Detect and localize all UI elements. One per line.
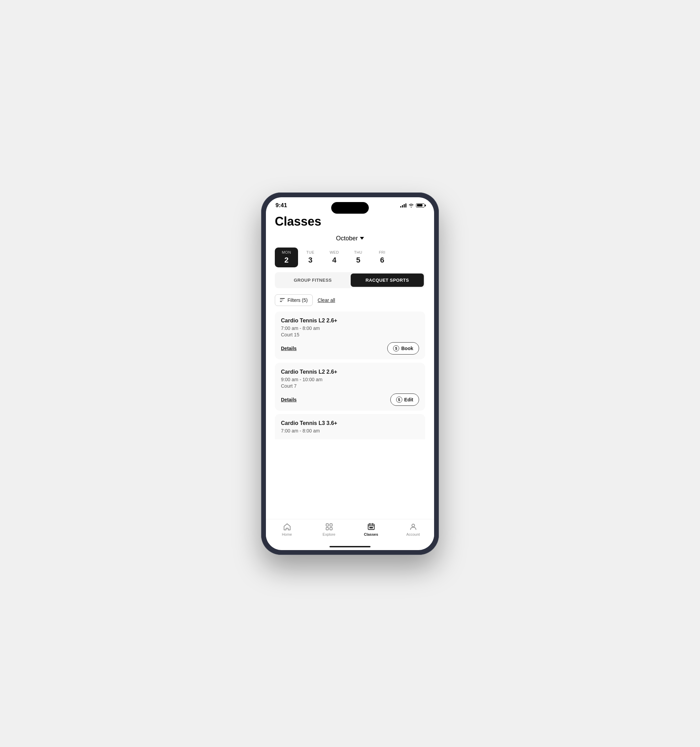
chevron-down-icon (360, 237, 364, 240)
day-thu[interactable]: THU 5 (346, 248, 370, 267)
account-icon (409, 523, 417, 531)
svg-rect-5 (369, 527, 373, 528)
home-bar-line (330, 546, 370, 547)
class-name-1: Cardio Tennis L2 2.6+ (281, 318, 419, 324)
details-link-1[interactable]: Details (281, 346, 297, 351)
phone-screen: 9:41 Classes (266, 197, 434, 550)
wifi-icon (408, 203, 414, 207)
month-selector[interactable]: October (266, 233, 434, 246)
day-mon[interactable]: MON 2 (275, 248, 298, 267)
card-actions-1: Details $ Book (281, 342, 419, 355)
nav-account-label: Account (407, 532, 420, 537)
filter-icon (280, 298, 285, 302)
tabs-container: GROUP FITNESS RACQUET SPORTS (275, 272, 425, 288)
filters-button[interactable]: Filters (5) (275, 294, 313, 306)
book-button-1[interactable]: $ Book (387, 342, 419, 355)
class-card-1: Cardio Tennis L2 2.6+ 7:00 am - 8:00 am … (275, 312, 425, 359)
dynamic-island (331, 202, 369, 214)
nav-classes[interactable]: Classes (361, 523, 381, 537)
nav-explore[interactable]: Explore (319, 523, 339, 537)
day-fri[interactable]: FRI 6 (370, 248, 394, 267)
tab-racquet-sports[interactable]: RACQUET SPORTS (351, 274, 424, 287)
explore-icon (325, 523, 333, 531)
classes-icon (367, 523, 375, 531)
edit-button-2[interactable]: $ Edit (390, 393, 419, 406)
bottom-nav: Home Explore (266, 519, 434, 543)
nav-home-label: Home (282, 532, 292, 537)
nav-account[interactable]: Account (403, 523, 423, 537)
class-name-2: Cardio Tennis L2 2.6+ (281, 369, 419, 375)
classes-list: Cardio Tennis L2 2.6+ 7:00 am - 8:00 am … (266, 310, 434, 519)
svg-rect-1 (330, 524, 332, 526)
class-card-2: Cardio Tennis L2 2.6+ 9:00 am - 10:00 am… (275, 363, 425, 411)
details-link-2[interactable]: Details (281, 397, 297, 402)
main-content: Classes October MON 2 TUE 3 WED 4 (266, 212, 434, 519)
status-icons (400, 203, 425, 207)
day-tue[interactable]: TUE 3 (299, 248, 322, 267)
class-card-3: Cardio Tennis L3 3.6+ 7:00 am - 8:00 am (275, 414, 425, 439)
svg-rect-3 (330, 528, 332, 530)
svg-rect-4 (368, 524, 374, 529)
class-location-2: Court 7 (281, 383, 419, 389)
page-title: Classes (266, 212, 434, 233)
signal-icon (400, 203, 407, 207)
status-time: 9:41 (275, 202, 287, 209)
filters-label: Filters (5) (287, 298, 308, 303)
nav-home[interactable]: Home (277, 523, 297, 537)
class-name-3: Cardio Tennis L3 3.6+ (281, 420, 419, 426)
clear-all-button[interactable]: Clear all (317, 298, 335, 303)
home-icon (283, 523, 291, 531)
nav-explore-label: Explore (323, 532, 335, 537)
month-text: October (336, 235, 358, 242)
day-wed[interactable]: WED 4 (323, 248, 346, 267)
svg-rect-2 (326, 528, 328, 530)
class-time-3: 7:00 am - 8:00 am (281, 428, 419, 434)
battery-icon (416, 203, 425, 207)
nav-classes-label: Classes (364, 532, 378, 537)
dollar-icon-2: $ (396, 396, 402, 403)
phone-frame: 9:41 Classes (261, 192, 439, 555)
class-time-1: 7:00 am - 8:00 am (281, 325, 419, 331)
class-time-2: 9:00 am - 10:00 am (281, 377, 419, 382)
home-bar (266, 543, 434, 550)
week-strip: MON 2 TUE 3 WED 4 THU 5 FRI 6 (266, 246, 434, 272)
filters-row: Filters (5) Clear all (266, 293, 434, 310)
class-location-1: Court 15 (281, 332, 419, 337)
dollar-icon-1: $ (393, 345, 399, 351)
svg-rect-0 (326, 524, 328, 526)
card-actions-2: Details $ Edit (281, 393, 419, 406)
svg-point-6 (412, 524, 414, 527)
tab-group-fitness[interactable]: GROUP FITNESS (276, 274, 349, 287)
